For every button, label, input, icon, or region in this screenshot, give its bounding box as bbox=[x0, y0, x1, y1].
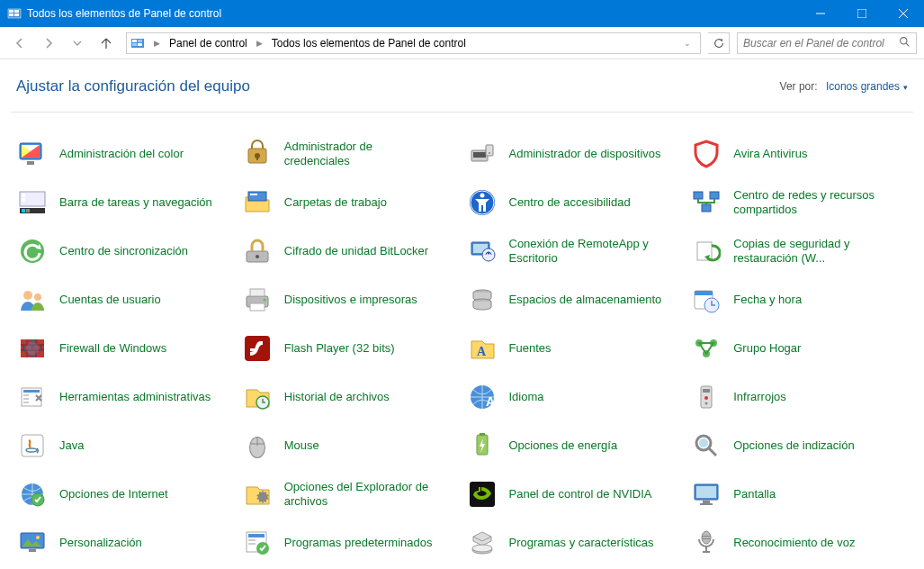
svg-rect-96 bbox=[248, 539, 256, 541]
control-panel-item[interactable]: Dispositivos e impresoras bbox=[241, 284, 459, 316]
svg-rect-53 bbox=[695, 291, 713, 295]
address-dropdown-button[interactable]: ⌄ bbox=[678, 39, 696, 48]
search-icon[interactable] bbox=[899, 36, 911, 50]
control-panel-item-label: Espacios de almacenamiento bbox=[509, 293, 662, 307]
maximize-button[interactable] bbox=[841, 0, 883, 27]
forward-button[interactable] bbox=[36, 31, 61, 56]
control-panel-item[interactable]: Programas predeterminados bbox=[241, 527, 459, 559]
control-panel-item[interactable]: Mouse bbox=[241, 429, 459, 462]
refresh-button[interactable] bbox=[708, 32, 730, 54]
up-button[interactable] bbox=[94, 31, 119, 56]
credential-manager-icon bbox=[241, 138, 274, 170]
close-button[interactable] bbox=[883, 0, 924, 27]
control-panel-item[interactable]: Grupo Hogar bbox=[690, 332, 908, 365]
control-panel-item[interactable]: Opciones de Internet bbox=[16, 478, 234, 510]
view-by-label: Ver por: bbox=[780, 80, 818, 93]
control-panel-item[interactable]: Centro de redes y recursos compartidos bbox=[690, 186, 908, 219]
control-panel-item[interactable]: Cifrado de unidad BitLocker bbox=[241, 235, 459, 267]
avira-icon bbox=[690, 138, 722, 170]
svg-rect-89 bbox=[703, 501, 710, 503]
control-panel-item-label: Fecha y hora bbox=[733, 293, 802, 307]
svg-rect-88 bbox=[696, 486, 716, 498]
control-panel-item[interactable]: Opciones de indización bbox=[690, 429, 908, 462]
svg-rect-7 bbox=[132, 40, 137, 42]
infrared-icon bbox=[690, 381, 722, 413]
control-panel-item[interactable]: Historial de archivos bbox=[241, 381, 459, 413]
chevron-right-icon[interactable]: ▶ bbox=[256, 39, 263, 48]
work-folders-icon bbox=[241, 186, 274, 219]
control-panel-item[interactable]: Avira Antivirus bbox=[690, 138, 908, 170]
address-bar[interactable]: ▶ Panel de control ▶ Todos los elementos… bbox=[126, 32, 701, 54]
svg-rect-4 bbox=[14, 14, 19, 16]
svg-rect-73 bbox=[703, 389, 710, 393]
control-panel-item[interactable]: Barra de tareas y navegación bbox=[16, 186, 234, 219]
svg-point-74 bbox=[704, 396, 708, 400]
svg-rect-5 bbox=[857, 9, 866, 18]
control-panel-item[interactable]: Flash Player (32 bits) bbox=[241, 332, 459, 365]
svg-point-101 bbox=[702, 531, 711, 544]
control-panel-item[interactable]: Infrarrojos bbox=[690, 381, 908, 413]
svg-rect-93 bbox=[29, 549, 36, 552]
svg-text:A: A bbox=[476, 345, 486, 358]
control-panel-item[interactable]: Opciones de energía bbox=[466, 429, 684, 462]
svg-rect-90 bbox=[700, 503, 713, 505]
svg-rect-8 bbox=[138, 40, 142, 42]
bitlocker-icon bbox=[241, 235, 274, 267]
control-panel-item[interactable]: Personalización bbox=[16, 527, 234, 559]
control-panel-item[interactable]: Reconocimiento de voz bbox=[690, 527, 908, 559]
svg-rect-26 bbox=[22, 194, 25, 197]
svg-rect-48 bbox=[250, 303, 265, 311]
control-panel-item[interactable]: AIdioma bbox=[466, 381, 684, 413]
search-box[interactable] bbox=[737, 32, 917, 54]
control-panel-item[interactable]: Administrador de credenciales bbox=[241, 138, 459, 170]
control-panel-item[interactable]: Java bbox=[16, 429, 234, 462]
svg-rect-24 bbox=[22, 209, 25, 212]
control-panel-item-label: Reconocimiento de voz bbox=[733, 536, 855, 550]
control-panel-item[interactable]: Conexión de RemoteApp y Escritorio bbox=[466, 235, 684, 267]
control-panel-item-label: Dispositivos e impresoras bbox=[284, 293, 417, 307]
control-panel-icon bbox=[130, 36, 145, 50]
view-by-dropdown[interactable]: Iconos grandes bbox=[826, 80, 908, 93]
control-panel-item[interactable]: Programas y características bbox=[466, 527, 684, 559]
control-panel-item[interactable]: Firewall de Windows bbox=[16, 332, 234, 365]
control-panel-item[interactable]: Cuentas de usuario bbox=[16, 284, 234, 316]
control-panel-icon bbox=[7, 6, 22, 21]
breadcrumb-part[interactable]: Todos los elementos de Panel de control bbox=[268, 35, 470, 51]
svg-rect-97 bbox=[248, 543, 256, 545]
control-panel-item[interactable]: Centro de accesibilidad bbox=[466, 186, 684, 219]
control-panel-item[interactable]: Administración del color bbox=[16, 138, 234, 170]
control-panel-item[interactable]: Administrador de dispositivos bbox=[466, 138, 684, 170]
control-panel-item-label: Carpetas de trabajo bbox=[284, 195, 387, 210]
control-panel-item[interactable]: Pantalla bbox=[690, 478, 908, 510]
minimize-button[interactable] bbox=[800, 0, 841, 27]
svg-point-38 bbox=[256, 255, 259, 258]
control-panel-item[interactable]: AFuentes bbox=[466, 332, 684, 365]
search-input[interactable] bbox=[743, 37, 899, 50]
chevron-right-icon[interactable]: ▶ bbox=[154, 39, 160, 48]
svg-rect-67 bbox=[23, 398, 29, 400]
recent-locations-button[interactable] bbox=[65, 31, 90, 56]
control-panel-item-label: Administración del color bbox=[59, 147, 184, 161]
svg-point-44 bbox=[23, 291, 32, 300]
control-panel-item[interactable]: Copias de seguridad y restauración (W... bbox=[690, 235, 908, 267]
back-button[interactable] bbox=[7, 31, 32, 56]
storage-spaces-icon bbox=[466, 284, 498, 316]
svg-rect-3 bbox=[9, 14, 13, 16]
control-panel-item-label: Barra de tareas y navegación bbox=[59, 195, 212, 210]
control-panel-item[interactable]: Fecha y hora bbox=[690, 284, 908, 316]
control-panel-item[interactable]: Panel de control de NVIDIA bbox=[466, 478, 684, 510]
control-panel-item-label: Cuentas de usuario bbox=[59, 293, 161, 307]
control-panel-item[interactable]: Espacios de almacenamiento bbox=[466, 284, 684, 316]
control-panel-item[interactable]: Opciones del Explorador de archivos bbox=[241, 478, 459, 510]
speech-recognition-icon bbox=[690, 527, 722, 559]
svg-rect-43 bbox=[697, 242, 712, 260]
control-panel-item[interactable]: Centro de sincronización bbox=[16, 235, 234, 267]
breadcrumb-part[interactable]: Panel de control bbox=[166, 35, 251, 51]
control-panel-item-label: Fuentes bbox=[509, 341, 552, 356]
svg-rect-35 bbox=[702, 204, 711, 212]
control-panel-item[interactable]: Herramientas administrativas bbox=[16, 381, 234, 413]
control-panel-item-label: Firewall de Windows bbox=[59, 341, 166, 356]
svg-point-45 bbox=[34, 294, 41, 301]
control-panel-item[interactable]: Carpetas de trabajo bbox=[241, 186, 459, 219]
date-time-icon bbox=[690, 284, 722, 316]
